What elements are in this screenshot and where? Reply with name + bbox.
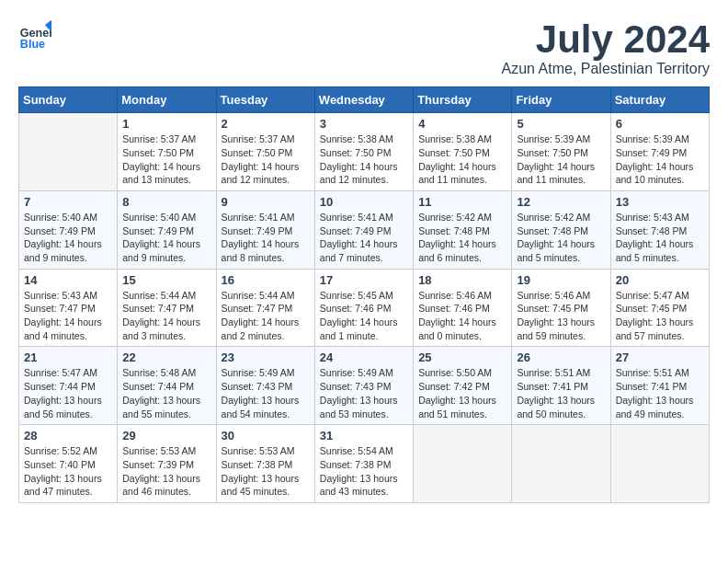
weekday-header: Saturday: [610, 87, 709, 113]
day-number: 11: [418, 195, 506, 209]
calendar-day-cell: 8Sunrise: 5:40 AMSunset: 7:49 PMDaylight…: [118, 190, 216, 269]
day-info: Sunrise: 5:49 AMSunset: 7:43 PMDaylight:…: [222, 366, 310, 420]
day-number: 18: [418, 273, 506, 287]
day-number: 12: [517, 195, 605, 209]
day-info: Sunrise: 5:47 AMSunset: 7:44 PMDaylight:…: [24, 366, 112, 420]
calendar-week-row: 1Sunrise: 5:37 AMSunset: 7:50 PMDaylight…: [19, 113, 710, 191]
weekday-header: Monday: [118, 87, 216, 113]
calendar-day-cell: 23Sunrise: 5:49 AMSunset: 7:43 PMDayligh…: [216, 347, 314, 425]
calendar-header-row: SundayMondayTuesdayWednesdayThursdayFrid…: [19, 87, 710, 113]
calendar-day-cell: 27Sunrise: 5:51 AMSunset: 7:41 PMDayligh…: [610, 347, 709, 425]
calendar-day-cell: 12Sunrise: 5:42 AMSunset: 7:48 PMDayligh…: [512, 190, 610, 269]
day-info: Sunrise: 5:40 AMSunset: 7:49 PMDaylight:…: [122, 211, 210, 265]
day-info: Sunrise: 5:53 AMSunset: 7:39 PMDaylight:…: [122, 444, 210, 499]
calendar-day-cell: 30Sunrise: 5:53 AMSunset: 7:38 PMDayligh…: [216, 425, 314, 503]
day-info: Sunrise: 5:37 AMSunset: 7:50 PMDaylight:…: [222, 132, 310, 187]
day-number: 27: [616, 350, 704, 364]
calendar-week-row: 21Sunrise: 5:47 AMSunset: 7:44 PMDayligh…: [19, 347, 710, 425]
calendar-week-row: 14Sunrise: 5:43 AMSunset: 7:47 PMDayligh…: [19, 269, 710, 347]
day-number: 19: [517, 273, 605, 287]
location-title: Azun Atme, Palestinian Territory: [502, 61, 710, 77]
calendar-day-cell: 18Sunrise: 5:46 AMSunset: 7:46 PMDayligh…: [414, 269, 512, 347]
calendar-day-cell: 14Sunrise: 5:43 AMSunset: 7:47 PMDayligh…: [19, 269, 118, 347]
calendar-week-row: 28Sunrise: 5:52 AMSunset: 7:40 PMDayligh…: [19, 425, 710, 503]
title-area: July 2024 Azun Atme, Palestinian Territo…: [502, 18, 710, 77]
day-number: 22: [122, 350, 210, 364]
day-number: 25: [418, 350, 506, 364]
day-number: 7: [24, 195, 112, 209]
calendar-day-cell: [610, 425, 709, 503]
day-info: Sunrise: 5:52 AMSunset: 7:40 PMDaylight:…: [24, 444, 112, 499]
calendar-day-cell: 31Sunrise: 5:54 AMSunset: 7:38 PMDayligh…: [314, 425, 413, 503]
calendar-day-cell: 5Sunrise: 5:39 AMSunset: 7:50 PMDaylight…: [512, 113, 610, 191]
day-info: Sunrise: 5:44 AMSunset: 7:47 PMDaylight:…: [122, 289, 210, 343]
weekday-header: Sunday: [19, 87, 118, 113]
calendar-day-cell: 21Sunrise: 5:47 AMSunset: 7:44 PMDayligh…: [19, 347, 118, 425]
logo-icon: General Blue: [18, 18, 51, 52]
day-number: 28: [24, 429, 112, 442]
day-info: Sunrise: 5:46 AMSunset: 7:46 PMDaylight:…: [418, 289, 506, 343]
calendar-day-cell: 3Sunrise: 5:38 AMSunset: 7:50 PMDaylight…: [314, 113, 413, 191]
calendar-day-cell: [512, 425, 610, 503]
day-info: Sunrise: 5:39 AMSunset: 7:50 PMDaylight:…: [517, 132, 605, 187]
calendar-day-cell: 6Sunrise: 5:39 AMSunset: 7:49 PMDaylight…: [610, 113, 709, 191]
day-info: Sunrise: 5:51 AMSunset: 7:41 PMDaylight:…: [517, 366, 605, 420]
calendar-day-cell: 28Sunrise: 5:52 AMSunset: 7:40 PMDayligh…: [19, 425, 118, 503]
calendar-day-cell: 7Sunrise: 5:40 AMSunset: 7:49 PMDaylight…: [19, 190, 118, 269]
logo: General Blue: [18, 18, 51, 52]
weekday-header: Wednesday: [314, 87, 413, 113]
day-info: Sunrise: 5:37 AMSunset: 7:50 PMDaylight:…: [122, 132, 210, 187]
day-number: 13: [616, 195, 704, 209]
day-number: 21: [24, 350, 112, 364]
day-info: Sunrise: 5:38 AMSunset: 7:50 PMDaylight:…: [320, 132, 408, 187]
day-number: 29: [122, 429, 210, 442]
day-info: Sunrise: 5:48 AMSunset: 7:44 PMDaylight:…: [122, 366, 210, 420]
calendar-day-cell: 26Sunrise: 5:51 AMSunset: 7:41 PMDayligh…: [512, 347, 610, 425]
day-info: Sunrise: 5:49 AMSunset: 7:43 PMDaylight:…: [320, 366, 408, 420]
calendar-day-cell: 22Sunrise: 5:48 AMSunset: 7:44 PMDayligh…: [118, 347, 216, 425]
calendar-table: SundayMondayTuesdayWednesdayThursdayFrid…: [18, 86, 710, 503]
day-info: Sunrise: 5:41 AMSunset: 7:49 PMDaylight:…: [320, 211, 408, 265]
day-number: 26: [517, 350, 605, 364]
day-number: 8: [122, 195, 210, 209]
weekday-header: Tuesday: [216, 87, 314, 113]
day-number: 3: [320, 117, 408, 131]
calendar-day-cell: 19Sunrise: 5:46 AMSunset: 7:45 PMDayligh…: [512, 269, 610, 347]
calendar-day-cell: 11Sunrise: 5:42 AMSunset: 7:48 PMDayligh…: [414, 190, 512, 269]
calendar-day-cell: 9Sunrise: 5:41 AMSunset: 7:49 PMDaylight…: [216, 190, 314, 269]
day-number: 24: [320, 350, 408, 364]
day-info: Sunrise: 5:43 AMSunset: 7:48 PMDaylight:…: [616, 211, 704, 265]
day-info: Sunrise: 5:44 AMSunset: 7:47 PMDaylight:…: [222, 289, 310, 343]
day-number: 31: [320, 429, 408, 442]
calendar-day-cell: 16Sunrise: 5:44 AMSunset: 7:47 PMDayligh…: [216, 269, 314, 347]
calendar-day-cell: 1Sunrise: 5:37 AMSunset: 7:50 PMDaylight…: [118, 113, 216, 191]
day-number: 14: [24, 273, 112, 287]
calendar-day-cell: 17Sunrise: 5:45 AMSunset: 7:46 PMDayligh…: [314, 269, 413, 347]
calendar-day-cell: 24Sunrise: 5:49 AMSunset: 7:43 PMDayligh…: [314, 347, 413, 425]
day-info: Sunrise: 5:54 AMSunset: 7:38 PMDaylight:…: [320, 444, 408, 499]
day-number: 10: [320, 195, 408, 209]
calendar-day-cell: 2Sunrise: 5:37 AMSunset: 7:50 PMDaylight…: [216, 113, 314, 191]
day-number: 16: [222, 273, 310, 287]
day-info: Sunrise: 5:45 AMSunset: 7:46 PMDaylight:…: [320, 289, 408, 343]
day-number: 15: [122, 273, 210, 287]
day-info: Sunrise: 5:51 AMSunset: 7:41 PMDaylight:…: [616, 366, 704, 420]
day-info: Sunrise: 5:42 AMSunset: 7:48 PMDaylight:…: [418, 211, 506, 265]
day-number: 6: [616, 117, 704, 131]
day-number: 1: [122, 117, 210, 131]
day-number: 2: [222, 117, 310, 131]
calendar-day-cell: 29Sunrise: 5:53 AMSunset: 7:39 PMDayligh…: [118, 425, 216, 503]
day-number: 5: [517, 117, 605, 131]
day-info: Sunrise: 5:43 AMSunset: 7:47 PMDaylight:…: [24, 289, 112, 343]
svg-text:Blue: Blue: [20, 38, 45, 51]
day-number: 20: [616, 273, 704, 287]
day-number: 4: [418, 117, 506, 131]
calendar-day-cell: 10Sunrise: 5:41 AMSunset: 7:49 PMDayligh…: [314, 190, 413, 269]
day-info: Sunrise: 5:47 AMSunset: 7:45 PMDaylight:…: [616, 289, 704, 343]
day-info: Sunrise: 5:38 AMSunset: 7:50 PMDaylight:…: [418, 132, 506, 187]
day-info: Sunrise: 5:39 AMSunset: 7:49 PMDaylight:…: [616, 132, 704, 187]
day-info: Sunrise: 5:40 AMSunset: 7:49 PMDaylight:…: [24, 211, 112, 265]
day-number: 30: [222, 429, 310, 442]
month-title: July 2024: [502, 18, 710, 61]
calendar-week-row: 7Sunrise: 5:40 AMSunset: 7:49 PMDaylight…: [19, 190, 710, 269]
